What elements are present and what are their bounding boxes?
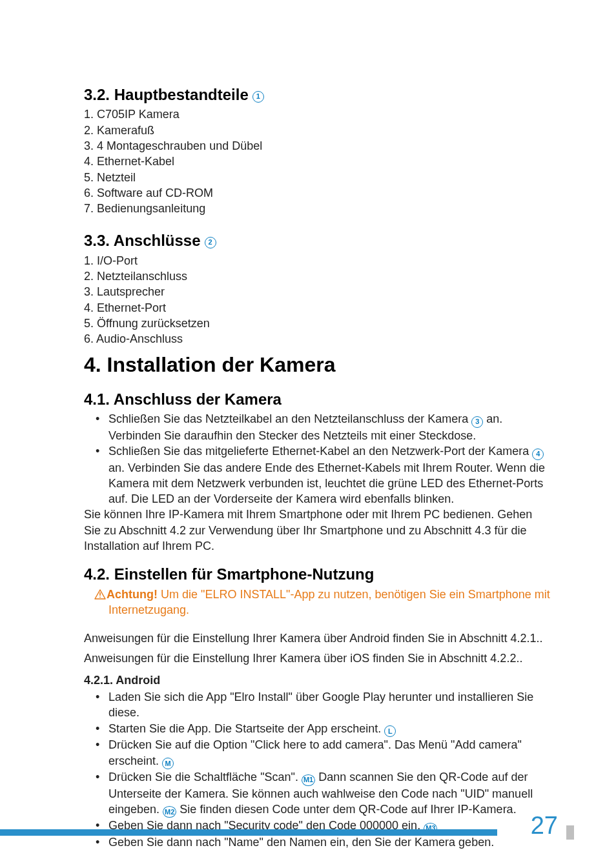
list-item: 6. Audio-Anschluss — [84, 331, 551, 347]
ref-icon: 2 — [205, 237, 216, 248]
heading-4: 4. Installation der Kamera — [84, 351, 551, 379]
heading-4-2-1: 4.2.1. Android — [84, 672, 551, 688]
list-item: 4. Ethernet-Kabel — [84, 154, 551, 169]
heading-3-3: 3.3. Anschlüsse — [84, 230, 201, 251]
paragraph: Anweisungen für die Einstellung Ihrer Ka… — [84, 631, 551, 646]
list-4-1: Schließen Sie das Netzteilkabel an den N… — [84, 411, 551, 507]
list-item: 1. I/O-Port — [84, 253, 551, 268]
ref-icon: L — [384, 725, 396, 737]
list-item: Schließen Sie das mitgelieferte Ethernet… — [84, 443, 551, 507]
list-3-2: 1. C705IP Kamera 2. Kamerafuß 3. 4 Monta… — [84, 106, 551, 216]
list-item: 3. 4 Montageschrauben und Dübel — [84, 138, 551, 154]
heading-4-2: 4.2. Einstellen für Smartphone-Nutzung — [84, 564, 551, 585]
list-item: 2. Kamerafuß — [84, 123, 551, 138]
ref-icon: M1 — [302, 774, 315, 786]
list-item: 6. Software auf CD-ROM — [84, 185, 551, 201]
list-item: Drücken Sie die Schaltfläche "Scan". M1 … — [84, 769, 551, 818]
paragraph: Sie können Ihre IP-Kamera mit Ihrem Smar… — [84, 507, 551, 554]
list-item: 7. Bedienungsanleitung — [84, 201, 551, 216]
list-item: 2. Netzteilanschluss — [84, 268, 551, 284]
warning-text: Achtung! Um die "ELRO INSTALL"-App zu nu… — [84, 587, 551, 618]
ref-icon: 4 — [532, 449, 544, 460]
list-item: 5. Netzteil — [84, 170, 551, 185]
list-item: 4. Ethernet-Port — [84, 300, 551, 316]
list-item: Drücken Sie auf die Option "Click here t… — [84, 737, 551, 769]
warning-icon — [94, 589, 106, 600]
list-item: Starten Sie die App. Die Startseite der … — [84, 721, 551, 738]
svg-rect-1 — [99, 596, 101, 598]
ref-icon: 3 — [471, 416, 483, 428]
paragraph: Anweisungen für die Einstellung Ihrer Ka… — [84, 651, 551, 666]
list-item: 5. Öffnung zurücksetzen — [84, 316, 551, 331]
ref-icon: M — [162, 758, 174, 769]
page-number: 27 — [524, 809, 558, 842]
list-item: Laden Sie sich die App "Elro Install" üb… — [84, 689, 551, 721]
ref-icon: M2 — [163, 806, 176, 818]
svg-rect-0 — [99, 592, 101, 596]
list-3-3: 1. I/O-Port 2. Netzteilanschluss 3. Laut… — [84, 253, 551, 347]
list-item: 1. C705IP Kamera — [84, 106, 551, 122]
heading-4-1: 4.1. Anschluss der Kamera — [84, 389, 551, 410]
list-item: 3. Lautsprecher — [84, 284, 551, 299]
heading-3-2: 3.2. Hauptbestandteile — [84, 85, 249, 105]
list-item: Schließen Sie das Netzteilkabel an den N… — [84, 411, 551, 443]
ref-icon: 1 — [252, 91, 264, 103]
